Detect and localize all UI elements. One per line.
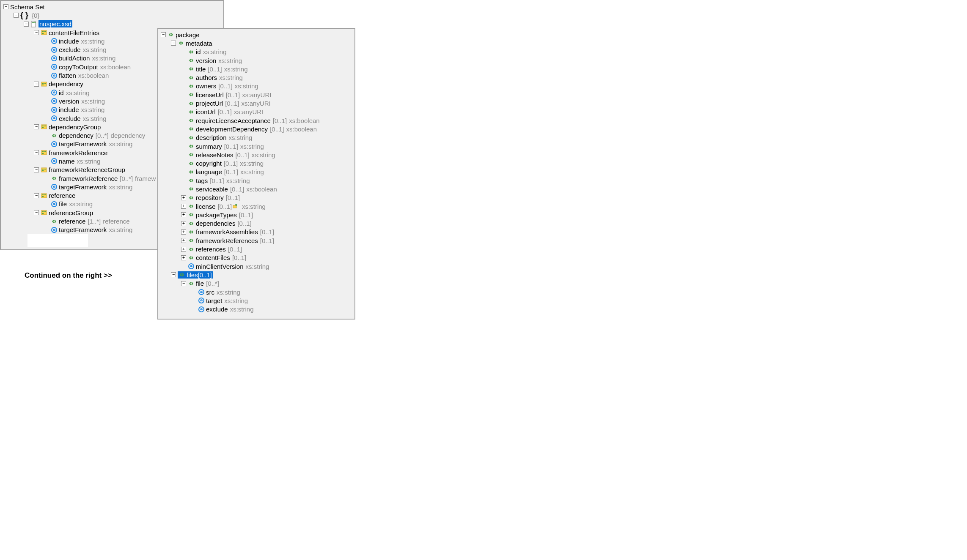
- tree-node[interactable]: +frameworkAssemblies[0..1]: [158, 228, 354, 236]
- complextype-icon: [41, 29, 47, 36]
- cardinality: [0..1]: [237, 220, 251, 227]
- collapse-icon[interactable]: −: [171, 41, 176, 46]
- type-annotation: xs:string: [109, 183, 132, 191]
- collapse-icon[interactable]: −: [34, 210, 39, 215]
- tree-node[interactable]: idxs:string: [158, 48, 354, 56]
- expand-icon[interactable]: +: [181, 247, 186, 252]
- complextype-icon: [41, 149, 47, 156]
- tree-node[interactable]: requireLicenseAcceptance[0..1]xs:boolean: [158, 116, 354, 125]
- expand-icon[interactable]: +: [181, 238, 186, 243]
- member-label: title: [196, 66, 206, 73]
- cardinality: [0..1]: [224, 143, 238, 150]
- svg-rect-21: [42, 127, 44, 128]
- element-icon: [188, 134, 195, 141]
- tree-node[interactable]: srcxs:string: [158, 288, 354, 296]
- collapse-icon[interactable]: −: [34, 167, 39, 172]
- tree-node[interactable]: −file[0..*]: [158, 279, 354, 288]
- tree-node[interactable]: copyright[0..1]xs:string: [158, 159, 354, 167]
- member-label: frameworkAssemblies: [196, 228, 258, 235]
- type-label: frameworkReference: [49, 149, 107, 156]
- tree-node[interactable]: −metadata: [158, 39, 354, 47]
- collapse-icon[interactable]: −: [181, 281, 186, 286]
- cardinality: [0..1]: [224, 168, 238, 175]
- cardinality: [0..1]: [225, 100, 239, 107]
- tree-node[interactable]: summary[0..1]xs:string: [158, 142, 354, 150]
- tree-node[interactable]: −nuspec.xsd: [1, 20, 223, 28]
- tree-node[interactable]: tags[0..1]xs:string: [158, 176, 354, 185]
- type-annotation: xs:string: [81, 98, 105, 105]
- expand-icon[interactable]: +: [181, 212, 186, 217]
- element-icon: [188, 151, 195, 158]
- element-label: file: [196, 280, 204, 287]
- member-label: exclude: [59, 46, 81, 53]
- type-annotation: xs:string: [81, 38, 105, 45]
- tree-node[interactable]: +contentFiles[0..1]: [158, 254, 354, 262]
- collapse-icon[interactable]: −: [34, 193, 39, 198]
- type-annotation: framew: [135, 175, 156, 182]
- tree-node[interactable]: versionxs:string: [158, 56, 354, 65]
- tree-node[interactable]: −package: [158, 30, 354, 39]
- element-icon: [188, 229, 195, 235]
- expand-icon[interactable]: +: [181, 195, 186, 200]
- tree-node[interactable]: iconUrl[0..1]xs:anyURI: [158, 108, 354, 116]
- tree-node[interactable]: +frameworkReferences[0..1]: [158, 236, 354, 245]
- member-label: flatten: [59, 72, 76, 79]
- tree-node[interactable]: −files [0..1]: [158, 270, 354, 279]
- type-annotation: xs:anyURI: [234, 108, 263, 115]
- expand-icon[interactable]: +: [181, 255, 186, 260]
- member-label: id: [196, 48, 201, 55]
- type-annotation: xs:string: [92, 55, 115, 62]
- cardinality: [0..1]: [235, 151, 249, 158]
- collapse-icon[interactable]: −: [34, 82, 39, 87]
- collapse-icon[interactable]: −: [34, 30, 39, 35]
- element-icon: [178, 40, 184, 46]
- type-annotation: xs:string: [229, 134, 253, 141]
- tree-node[interactable]: +packageTypes[0..1]: [158, 210, 354, 219]
- svg-rect-20: [44, 126, 46, 126]
- collapse-icon[interactable]: −: [34, 150, 39, 155]
- attribute-icon: [51, 141, 58, 148]
- collapse-icon[interactable]: −: [24, 22, 29, 27]
- element-icon: [188, 117, 195, 124]
- tree-node[interactable]: owners[0..1]xs:string: [158, 82, 354, 90]
- member-label: name: [59, 158, 75, 165]
- type-annotation: xs:string: [217, 289, 240, 296]
- tree-node[interactable]: +repository[0..1]: [158, 194, 354, 202]
- collapse-icon[interactable]: −: [171, 272, 176, 277]
- collapse-icon[interactable]: −: [14, 13, 19, 18]
- type-annotation: xs:anyURI: [242, 100, 271, 107]
- tree-node[interactable]: descriptionxs:string: [158, 134, 354, 142]
- tree-node[interactable]: authorsxs:string: [158, 73, 354, 82]
- element-icon: [188, 100, 195, 107]
- tree-node[interactable]: projectUrl[0..1]xs:anyURI: [158, 99, 354, 107]
- tree-node[interactable]: −{ }{0}: [1, 11, 223, 19]
- element-icon: [188, 83, 195, 90]
- tree-node[interactable]: −Schema Set: [1, 3, 223, 11]
- tree-node[interactable]: releaseNotes[0..1]xs:string: [158, 150, 354, 159]
- svg-rect-36: [42, 196, 44, 197]
- tree-node[interactable]: licenseUrl[0..1]xs:anyURI: [158, 90, 354, 99]
- tree-node[interactable]: serviceable[0..1]xs:boolean: [158, 185, 354, 193]
- tree-node[interactable]: developmentDependency[0..1]xs:boolean: [158, 125, 354, 133]
- tree-node[interactable]: +references[0..1]: [158, 245, 354, 253]
- tree-node[interactable]: language[0..1]xs:string: [158, 168, 354, 176]
- tree-node[interactable]: +dependencies[0..1]: [158, 219, 354, 228]
- extension-icon: [232, 203, 239, 210]
- member-label: exclude: [206, 306, 228, 313]
- tree-node[interactable]: title[0..1]xs:string: [158, 65, 354, 73]
- collapse-icon[interactable]: −: [161, 32, 166, 37]
- collapse-icon[interactable]: −: [34, 124, 39, 129]
- expand-icon[interactable]: +: [181, 221, 186, 226]
- expand-icon[interactable]: +: [181, 229, 186, 235]
- cardinality: [0..*]: [206, 280, 219, 287]
- tree-node[interactable]: minClientVersionxs:string: [158, 262, 354, 270]
- tree-node[interactable]: excludexs:string: [158, 305, 354, 314]
- collapse-icon[interactable]: −: [3, 4, 8, 9]
- member-label: packageTypes: [196, 211, 237, 219]
- tree-node[interactable]: +license[0..1]xs:string: [158, 202, 354, 210]
- member-label: serviceable: [196, 186, 228, 193]
- tree-node[interactable]: targetxs:string: [158, 296, 354, 305]
- expand-icon[interactable]: +: [181, 204, 186, 209]
- member-label: targetFramework: [59, 226, 107, 233]
- type-annotation: xs:string: [235, 82, 258, 90]
